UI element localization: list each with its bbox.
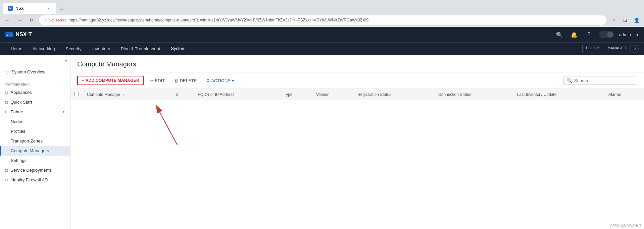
sidebar-item-quick-start[interactable]: □ Quick Start [0,97,70,107]
nav-forward-button[interactable]: → [15,15,24,25]
edit-button[interactable]: ✏ EDIT [147,76,168,85]
sidebar-item-system-overview[interactable]: ⊙ System Overview [0,67,70,77]
transport-zones-label: Transport Zones [11,138,43,144]
sidebar-item-compute-managers[interactable]: Compute Managers [0,146,70,156]
tab-close-btn[interactable]: × [46,6,51,11]
admin-chevron[interactable]: ▾ [636,32,639,37]
nav-inventory[interactable]: Inventory [87,43,115,55]
notification-icon[interactable]: 🔔 [569,30,579,39]
page-title: Compute Managers [77,60,637,68]
tab-label: NSX [15,6,24,11]
sidebar-section-overview: ⊙ System Overview [0,66,70,78]
sidebar-item-transport-zones[interactable]: Transport Zones [0,136,70,146]
col-reg-status: Registration Status [353,89,434,100]
nav-plan-troubleshoot[interactable]: Plan & Troubleshoot [115,43,165,55]
split-button[interactable]: ⊡ [621,15,630,25]
nav-question-icon[interactable]: ? [631,45,639,53]
appliances-label: Appliances [10,90,32,95]
fabric-expand-icon: ▾ [63,110,65,114]
col-checkbox [70,89,83,100]
new-tab-button[interactable]: + [56,5,66,14]
col-id-label: ID [175,92,179,97]
sidebar-item-appliances[interactable]: □ Appliances [0,88,70,97]
page-wrapper: N NSX × + ← → ↻ ⚠ Not secure https://man… [0,0,644,229]
collapse-button[interactable]: « [65,58,67,63]
col-type-label: Type [284,92,293,97]
col-last-update: Last Inventory Update [513,89,604,100]
insecure-label: ⚠ Not secure [44,18,66,22]
url-bar: ← → ↻ ⚠ Not secure https://manager32.yz.… [0,14,644,27]
actions-chevron: ▾ [232,78,234,83]
main-layout: « ⊙ System Overview Configuration □ Appl… [0,55,644,229]
sidebar-item-service-deployments[interactable]: □ Service Deployments [0,165,70,175]
nav-system[interactable]: System [165,43,191,55]
admin-label[interactable]: admin [619,32,631,37]
sidebar-collapse: « [0,55,70,66]
system-overview-label: System Overview [11,69,45,74]
delete-button[interactable]: 🗑 DELETE [171,76,200,85]
col-fqdn-label: FQDN or IP Address [198,92,234,97]
nav-refresh-button[interactable]: ↻ [27,15,36,25]
app-header-right: 🔍 🔔 ? admin ▾ [555,30,639,39]
system-overview-icon: ⊙ [5,70,9,74]
table-header-row: Compute Manager ↑ ID FQDN or IP Address … [70,89,644,100]
search-input[interactable] [574,78,634,83]
sidebar-section-configuration: Configuration □ Appliances □ Quick Start… [0,78,70,186]
tab-favicon: N [8,6,13,11]
policy-badge[interactable]: POLICY [582,45,603,53]
col-last-update-label: Last Inventory Update [517,92,556,97]
service-deployments-label: Service Deployments [10,168,52,173]
toolbar: + ADD COMPUTE MANAGER ✏ EDIT 🗑 DELETE ⚙ … [70,72,644,89]
app-header: vm NSX-T 🔍 🔔 ? admin ▾ [0,27,644,42]
col-conn-status-label: Connection Status [438,92,471,97]
profile-button[interactable]: 👤 [632,15,641,25]
nav-home[interactable]: Home [5,43,28,55]
col-alarms-label: Alarms [608,92,621,97]
search-box[interactable]: 🔍 [563,76,637,85]
profiles-label: Profiles [11,129,25,134]
configuration-header: Configuration [0,79,70,88]
col-compute-manager: Compute Manager ↑ [83,89,170,100]
search-icon: 🔍 [566,78,572,83]
nav-back-button[interactable]: ← [3,15,12,25]
col-alarms: Alarms [604,89,644,100]
sidebar-item-settings[interactable]: Settings [0,156,70,165]
col-fqdn: FQDN or IP Address [194,89,280,100]
url-text: https://manager32.yz.local/nsx/#/app/sys… [68,18,368,22]
watermark: CSDN @NOWSHUT [610,224,641,228]
col-conn-status: Connection Status [434,89,513,100]
svg-line-1 [156,105,178,145]
sort-icon: ↑ [123,93,125,97]
app-name: NSX-T [15,32,32,38]
appliances-icon: □ [5,90,8,95]
sidebar-item-nodes[interactable]: Nodes [0,117,70,126]
sidebar-item-identity-firewall-ad[interactable]: □ Identity Firewall AD [0,175,70,185]
help-icon[interactable]: ? [584,30,594,39]
nav-security[interactable]: Security [60,43,87,55]
dark-mode-toggle[interactable] [599,31,614,38]
select-all-checkbox[interactable] [75,92,79,96]
sidebar-item-profiles[interactable]: Profiles [0,126,70,136]
nav-right: POLICY MANAGER ? [582,45,639,53]
col-reg-status-label: Registration Status [357,92,391,97]
nav-networking[interactable]: Networking [28,43,60,55]
col-version-label: Version [316,92,330,97]
bookmark-button[interactable]: ☆ [609,15,618,25]
sidebar-item-fabric[interactable]: □ Fabric ▾ [0,107,70,117]
compute-managers-table: Compute Manager ↑ ID FQDN or IP Address … [70,89,644,100]
manager-badge[interactable]: MANAGER [604,45,630,53]
actions-label: ⚙ ACTIONS [206,78,231,83]
col-type: Type [280,89,312,100]
col-compute-manager-label: Compute Manager [87,92,120,97]
browser-chrome: N NSX × + [0,0,644,14]
search-icon[interactable]: 🔍 [555,30,564,39]
url-input[interactable]: ⚠ Not secure https://manager32.yz.local/… [39,15,606,25]
col-id: ID [170,89,194,100]
table-header: Compute Manager ↑ ID FQDN or IP Address … [70,89,644,100]
actions-button[interactable]: ⚙ ACTIONS ▾ [203,76,238,85]
add-compute-manager-button[interactable]: + ADD COMPUTE MANAGER [77,76,144,85]
nodes-label: Nodes [11,119,23,124]
identity-firewall-label: Identity Firewall AD [10,177,48,182]
quick-start-icon: □ [5,100,8,105]
browser-tab-nsx[interactable]: N NSX × [3,3,56,14]
